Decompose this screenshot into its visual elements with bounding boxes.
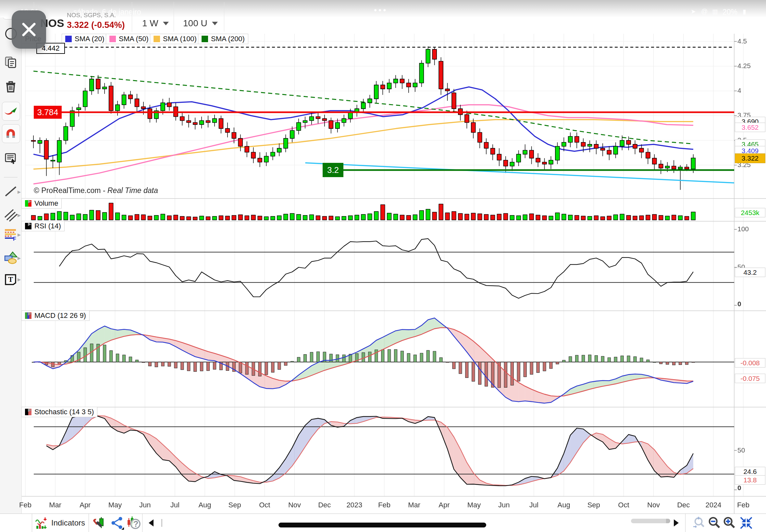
chevron-down-icon	[212, 22, 218, 25]
shapes-expand-icon[interactable]: ▶	[18, 256, 21, 260]
volume-panel-collapse-icon[interactable]: ▶	[28, 199, 31, 204]
fibonacci-expand-icon[interactable]: ▶	[18, 232, 21, 237]
close-button[interactable]	[12, 10, 46, 49]
watermark-realtime: Real Time data	[107, 186, 158, 195]
volume-label: Volume	[34, 199, 58, 208]
shapes-icon[interactable]	[4, 250, 18, 265]
time-axis-label: Jul	[529, 501, 539, 509]
app-header: NOS NOS, SGPS, S.A. 3.322 (-0.54%) 1 W 1…	[21, 0, 766, 32]
time-axis-label: Nov	[647, 501, 660, 509]
time-scrollbar[interactable]	[631, 519, 670, 523]
stoch-tick-label: 50	[737, 446, 745, 454]
parallel-lines-icon[interactable]	[4, 208, 18, 222]
time-axis-label: Aug	[557, 501, 570, 509]
sidebar-divider	[4, 177, 18, 177]
time-axis-label: Jul	[170, 501, 179, 509]
legend-chip-macd[interactable]: MACD (12 26 9)	[21, 310, 90, 321]
trash-icon[interactable]	[4, 79, 18, 94]
stochastic-label: Stochastic (14 3 5)	[34, 408, 94, 416]
zoom-out-icon[interactable]	[708, 516, 721, 530]
timeframe-dropdown[interactable]: 1 W	[142, 18, 169, 29]
share-icon[interactable]	[110, 516, 124, 530]
svg-text:F: F	[13, 236, 16, 241]
time-axis-label: Apr	[439, 501, 450, 509]
stochastic-panel-collapse-icon[interactable]: ▶	[28, 407, 31, 412]
time-axis-label: Oct	[618, 501, 629, 509]
chart-canvas[interactable]	[0, 0, 766, 532]
indicators-button[interactable]: Indicators	[51, 518, 85, 527]
zoom-in-icon[interactable]	[723, 516, 736, 530]
macd-panel-collapse-icon[interactable]: ▶	[28, 311, 31, 316]
sma200-swatch-icon	[201, 36, 208, 42]
macd-signal-value-badge: -0.075	[735, 374, 765, 383]
time-axis-label: 2024	[705, 501, 721, 509]
toolbar-separator	[89, 514, 89, 532]
sma20-swatch-icon	[65, 36, 72, 42]
watermark-copyright: © ProRealTime.com	[34, 186, 101, 195]
order-list-icon[interactable]	[4, 151, 18, 165]
svg-text:T: T	[8, 275, 13, 284]
fit-screen-icon[interactable]	[739, 516, 753, 530]
scroll-tick	[161, 519, 162, 527]
text-tool-icon[interactable]: T	[4, 272, 18, 286]
rsi-panel-collapse-icon[interactable]: ▶	[28, 221, 31, 226]
fibonacci-icon[interactable]: F	[4, 227, 18, 241]
sma100-label: SMA (100)	[163, 35, 197, 43]
macd-value-badge: -0.008	[735, 358, 765, 368]
time-axis-label: Aug	[198, 501, 211, 509]
zoom-units-value: 100 U	[183, 18, 207, 29]
time-axis-label: May	[468, 501, 481, 509]
price-tick-label: 4.25	[737, 62, 751, 70]
legend-chip-stochastic[interactable]: Stochastic (14 3 5)	[21, 407, 97, 417]
stoch-tick-label: 0	[737, 484, 741, 492]
zoom-units-dropdown[interactable]: 100 U	[183, 18, 218, 29]
time-axis-label: Oct	[259, 501, 270, 509]
legend-chip-sma100[interactable]: SMA (100)	[150, 34, 200, 44]
time-axis-label: Feb	[19, 501, 31, 509]
time-axis-label: Jun	[498, 501, 510, 509]
close-icon	[18, 19, 40, 40]
time-axis-label: 2023	[346, 501, 362, 509]
timeframe-value: 1 W	[142, 18, 158, 29]
time-axis-label: Mar	[49, 501, 61, 509]
time-scrollbar-handle[interactable]	[666, 519, 670, 523]
time-axis-label: Dec	[677, 501, 690, 509]
stoch-k-value-badge: 24.6	[735, 467, 765, 476]
pan-zoom-icon[interactable]	[693, 516, 706, 530]
rsi-label: RSI (14)	[34, 222, 61, 230]
legend-chip-sma50[interactable]: SMA (50)	[106, 34, 152, 44]
parallel-lines-expand-icon[interactable]: ▶	[18, 213, 21, 218]
instrument-name: NOS, SGPS, S.A.	[67, 12, 116, 19]
header-separator	[132, 2, 132, 32]
toolbar-separator	[142, 514, 142, 532]
help-icon[interactable]: ?	[126, 515, 141, 530]
legend-chip-sma20[interactable]: SMA (20)	[62, 34, 108, 44]
proreal-time-chart-app: ▶ ▶ F ▶ ▶ T ▶ 19:21 sábado, 6 de janeiro…	[0, 0, 766, 532]
forward-arrow-icon[interactable]	[674, 519, 679, 526]
time-axis-label: Feb	[737, 501, 749, 509]
volume-value-badge: 2453k	[735, 208, 765, 217]
home-indicator[interactable]	[278, 523, 486, 527]
time-axis-label: Apr	[79, 501, 91, 509]
price-tick-label: 4.5	[737, 37, 747, 45]
last-price-badge: 3.322	[735, 153, 765, 163]
chart-settings-icon[interactable]	[92, 516, 105, 530]
legend-chip-sma200[interactable]: SMA (200)	[198, 34, 248, 44]
toolbar-separator	[32, 514, 32, 532]
legend-chip-volume[interactable]: Volume	[21, 198, 62, 209]
time-axis-label: Feb	[378, 501, 391, 509]
drawing-tools-sidebar: ▶ ▶ F ▶ ▶ T ▶	[0, 0, 22, 514]
back-arrow-icon[interactable]	[149, 519, 153, 526]
text-tool-expand-icon[interactable]: ▶	[18, 277, 21, 282]
rsi-value-badge: 43.2	[735, 268, 765, 277]
header-separator	[224, 2, 224, 32]
stoch-d-value-badge: 13.8	[735, 475, 765, 485]
price-tick-label: 4	[737, 87, 741, 94]
alert-level-badge: 3.784	[34, 106, 62, 119]
copy-icon[interactable]	[4, 55, 18, 69]
time-axis-label: Sep	[588, 501, 600, 509]
time-axis-label: Dec	[318, 501, 331, 509]
watermark: © ProRealTime.com - Real Time data	[34, 186, 158, 195]
line-tool-icon[interactable]	[4, 184, 18, 199]
line-tool-expand-icon[interactable]: ▶	[18, 189, 21, 194]
